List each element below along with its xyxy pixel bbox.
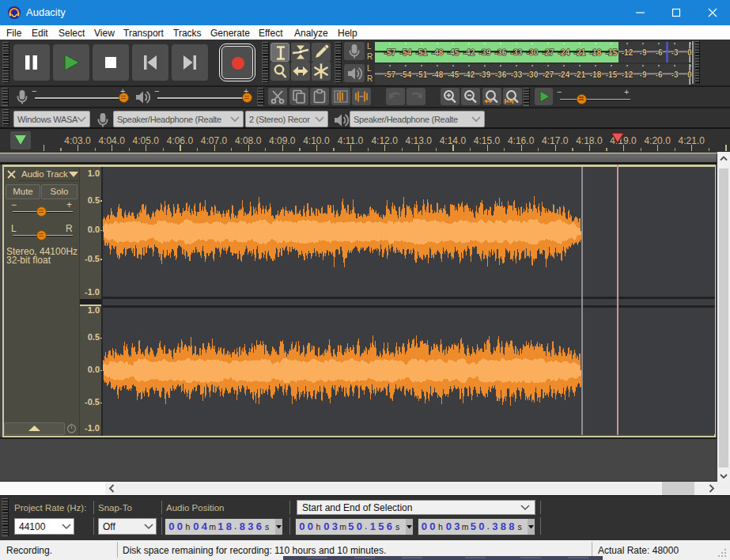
svg-text:-6: -6 [656, 70, 663, 78]
svg-text:-3: -3 [671, 47, 679, 56]
svg-text:-9: -9 [640, 70, 647, 78]
svg-text:-15: -15 [606, 47, 618, 56]
svg-text:-18: -18 [590, 47, 602, 56]
svg-text:-18: -18 [590, 70, 602, 78]
svg-text:-6: -6 [656, 47, 663, 56]
svg-text:-12: -12 [622, 47, 634, 56]
svg-text:-3: -3 [671, 70, 679, 78]
svg-text:-9: -9 [640, 47, 647, 56]
svg-text:-15: -15 [606, 70, 618, 78]
svg-text:-12: -12 [622, 70, 634, 78]
